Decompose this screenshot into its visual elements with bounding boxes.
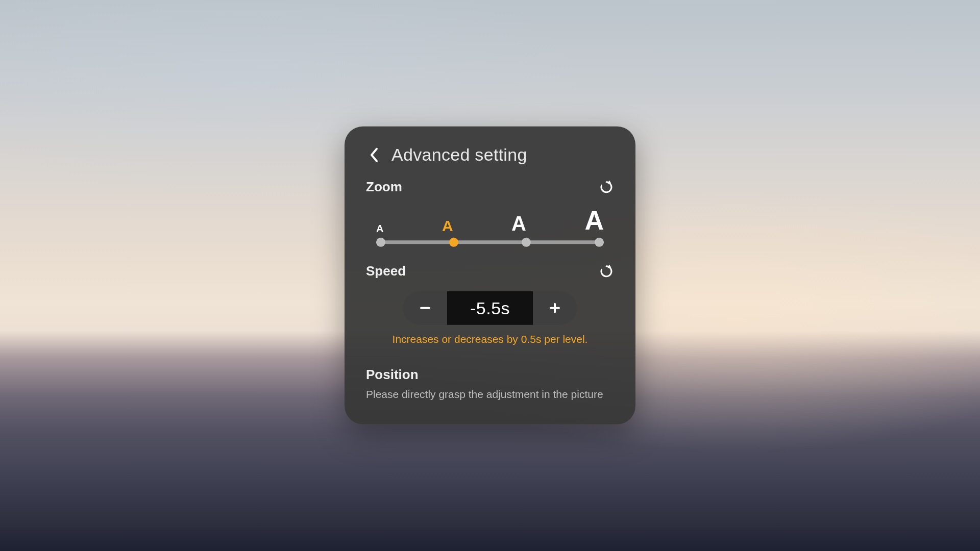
refresh-icon — [600, 180, 613, 193]
speed-hint: Increases or decreases by 0.5s per level… — [366, 333, 614, 345]
speed-label: Speed — [366, 263, 406, 279]
speed-stepper: -5.5s — [403, 291, 577, 325]
zoom-stop-0[interactable] — [376, 238, 385, 247]
speed-increase-button[interactable] — [533, 291, 577, 325]
zoom-level-0: A — [376, 223, 383, 234]
zoom-section: Zoom A A A A — [366, 179, 614, 246]
minus-icon — [418, 301, 432, 315]
speed-section: Speed -5.5s Increases or decreases by 0.… — [366, 263, 614, 345]
position-description: Please directly grasp the adjustment in … — [366, 387, 614, 402]
plus-icon — [548, 301, 562, 315]
chevron-left-icon — [370, 147, 379, 162]
zoom-level-2: A — [511, 213, 526, 234]
svg-rect-0 — [420, 307, 430, 309]
zoom-stop-3[interactable] — [595, 238, 604, 247]
position-label: Position — [366, 367, 614, 383]
position-section: Position Please directly grasp the adjus… — [366, 367, 614, 402]
advanced-settings-panel: Advanced setting Zoom A A A A — [345, 127, 635, 424]
back-button[interactable] — [366, 146, 382, 163]
zoom-level-labels: A A A A — [376, 207, 604, 234]
refresh-icon — [600, 264, 613, 278]
panel-header: Advanced setting — [366, 145, 614, 165]
speed-reset-button[interactable] — [599, 263, 614, 279]
svg-rect-2 — [554, 303, 556, 313]
zoom-level-3: A — [584, 207, 604, 234]
zoom-slider[interactable]: A A A A — [366, 207, 614, 246]
panel-title: Advanced setting — [391, 145, 527, 165]
zoom-stop-1[interactable] — [449, 238, 458, 247]
zoom-level-1: A — [442, 218, 453, 234]
zoom-stop-2[interactable] — [522, 238, 531, 247]
speed-value: -5.5s — [447, 291, 533, 325]
speed-decrease-button[interactable] — [403, 291, 447, 325]
zoom-label: Zoom — [366, 179, 402, 195]
zoom-reset-button[interactable] — [599, 179, 614, 194]
